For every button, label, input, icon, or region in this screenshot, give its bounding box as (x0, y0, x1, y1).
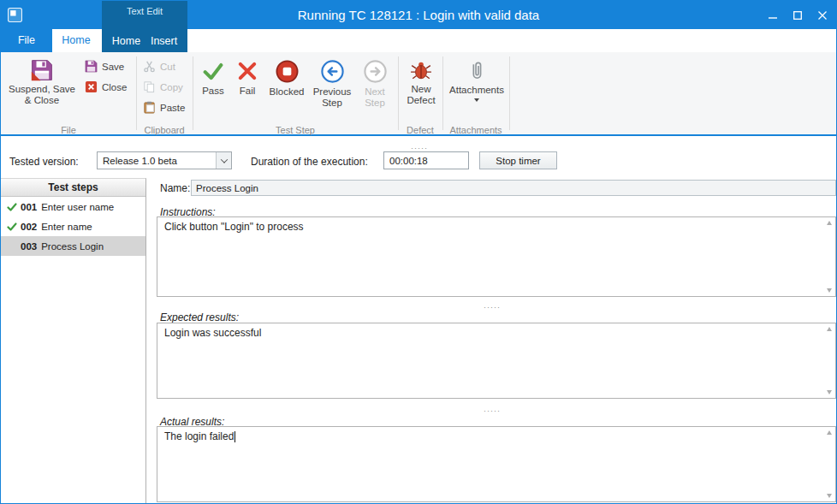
group-label-attachments: Attachments (442, 125, 509, 135)
step-number: 001 (21, 202, 37, 212)
ribbon-splitter-handle[interactable]: ····· (1, 139, 837, 146)
group-separator (193, 56, 193, 130)
actual-results-value: The login failed (164, 430, 234, 442)
copy-icon (143, 80, 156, 93)
duration-label: Duration of the execution: (251, 156, 368, 168)
close-red-icon (85, 80, 98, 93)
splitter-dots: ····· (484, 406, 501, 415)
scroll-up-icon[interactable] (827, 430, 832, 435)
expected-results-textarea[interactable]: Login was successful (157, 323, 836, 399)
paperclip-icon (467, 59, 486, 82)
blocked-button[interactable]: Blocked (264, 55, 309, 98)
suspend-save-close-button[interactable]: Suspend, Save & Close (4, 55, 80, 106)
scroll-up-icon[interactable] (827, 221, 832, 225)
attachments-label: Attachments (449, 85, 504, 96)
group-label-defect: Defect (398, 125, 442, 135)
text-caret (234, 431, 235, 442)
duration-field[interactable]: 00:00:18 (383, 151, 469, 169)
tested-version-value: Release 1.0 beta (98, 156, 216, 166)
new-defect-label: New (411, 84, 430, 95)
actual-results-textarea[interactable]: The login failed (157, 426, 836, 502)
next-step-button[interactable]: Next Step (355, 55, 395, 109)
tested-version-combobox[interactable]: Release 1.0 beta (97, 151, 232, 169)
tested-version-label: Tested version: (9, 156, 79, 168)
ribbon: Suspend, Save & Close Save Close File (1, 52, 836, 136)
test-steps-header: Test steps (1, 179, 145, 197)
test-step-item-002[interactable]: 002 Enter name (1, 216, 145, 236)
new-defect-button[interactable]: New Defect (401, 55, 442, 106)
suspend-save-close-label2: & Close (25, 95, 59, 106)
step-label: Enter name (41, 222, 92, 232)
attachments-dropdown-icon (474, 98, 479, 102)
save-icon (85, 60, 98, 73)
scissors-icon (143, 60, 156, 73)
expected-results-label: Expected results: (160, 311, 239, 323)
save-button[interactable]: Save (85, 60, 124, 73)
pass-button[interactable]: Pass (196, 55, 230, 97)
next-arrow-icon (363, 59, 388, 84)
fail-button[interactable]: Fail (231, 55, 264, 97)
app-window: Running TC 128121 : Login with valid dat… (0, 0, 837, 504)
close-label: Close (102, 82, 127, 92)
window-controls (760, 1, 834, 29)
test-step-item-001[interactable]: 001 Enter user name (1, 197, 145, 216)
close-button[interactable]: Close (85, 80, 127, 93)
name-field[interactable]: Process Login (191, 180, 836, 196)
fail-x-icon (235, 59, 259, 83)
group-separator (442, 56, 443, 130)
group-label-clipboard: Clipboard (136, 125, 193, 135)
blocked-label: Blocked (270, 86, 305, 98)
scroll-down-icon[interactable] (827, 288, 832, 293)
expected-results-splitter[interactable]: ····· (146, 401, 837, 410)
step-label: Process Login (41, 241, 104, 252)
step-number: 002 (21, 222, 37, 232)
paste-label: Paste (160, 103, 185, 113)
next-step-label2: Step (365, 98, 385, 109)
copy-button[interactable]: Copy (143, 80, 183, 93)
scroll-up-icon[interactable] (827, 327, 832, 331)
group-label-test-step: Test Step (193, 125, 398, 135)
cut-button[interactable]: Cut (143, 60, 175, 73)
step-passed-check-icon (7, 202, 21, 212)
tab-file[interactable]: File (1, 29, 52, 52)
stop-timer-button[interactable]: Stop timer (479, 151, 557, 169)
scroll-down-icon[interactable] (827, 494, 832, 498)
tab-textedit-insert[interactable]: Insert (151, 35, 177, 47)
paste-button[interactable]: Paste (143, 101, 185, 114)
step-label: Enter user name (41, 202, 114, 212)
group-label-file: File (1, 125, 136, 135)
step-number: 003 (21, 241, 37, 252)
blocked-stop-icon (275, 59, 300, 84)
duration-value: 00:00:18 (389, 156, 428, 166)
instructions-splitter[interactable]: ····· (146, 298, 837, 306)
previous-step-label2: Step (322, 98, 342, 109)
previous-arrow-icon (320, 59, 345, 84)
contextual-tab-group: Text Edit Home Insert (102, 1, 187, 52)
instructions-textarea[interactable]: Click button "Login" to process (157, 216, 836, 297)
pass-label: Pass (202, 86, 224, 97)
bug-icon (410, 59, 432, 81)
fail-label: Fail (240, 86, 256, 97)
next-step-label: Next (365, 86, 385, 98)
previous-step-label: Previous (313, 86, 352, 98)
suspend-save-close-label: Suspend, Save (9, 84, 75, 95)
stop-timer-label: Stop timer (496, 156, 540, 166)
contextual-group-label: Text Edit (102, 6, 187, 16)
scroll-down-icon[interactable] (827, 390, 832, 394)
minimize-icon[interactable] (760, 1, 785, 29)
tab-home[interactable]: Home (52, 29, 100, 52)
close-icon[interactable] (810, 1, 834, 29)
tab-textedit-home[interactable]: Home (112, 35, 140, 47)
expected-results-value: Login was successful (164, 327, 261, 339)
pass-check-icon (201, 59, 225, 83)
attachments-button[interactable]: Attachments (445, 55, 508, 102)
maximize-icon[interactable] (785, 1, 810, 29)
combobox-dropdown-icon[interactable] (216, 152, 231, 169)
paste-icon (143, 101, 156, 114)
test-step-item-003[interactable]: 003 Process Login (1, 236, 145, 256)
instructions-value: Click button "Login" to process (164, 221, 304, 233)
group-separator (398, 56, 399, 130)
step-passed-check-icon (7, 222, 21, 232)
test-steps-panel: Test steps 001 Enter user name 002 Enter… (1, 178, 146, 503)
previous-step-button[interactable]: Previous Step (310, 55, 354, 109)
